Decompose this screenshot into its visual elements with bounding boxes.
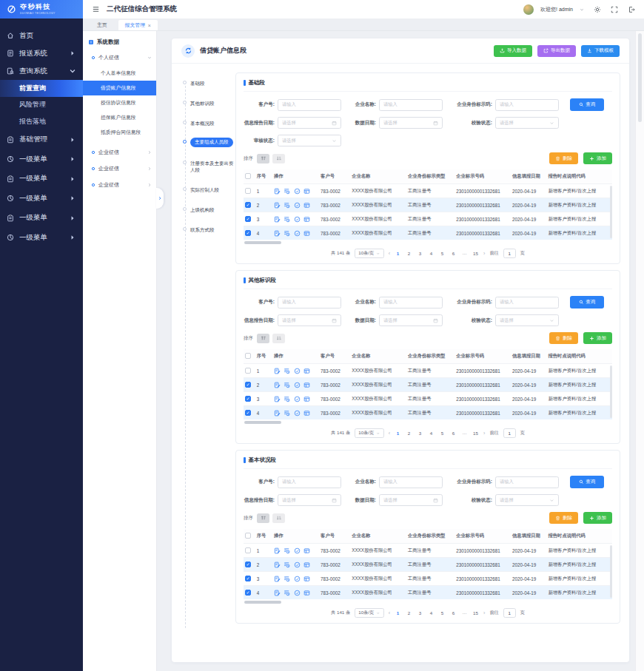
page-number[interactable]: 5 — [439, 431, 446, 436]
delete-button[interactable]: 删除 — [549, 332, 578, 344]
record-card-icon[interactable] — [303, 382, 310, 388]
page-scrollbar-thumb[interactable] — [638, 33, 642, 122]
verify-check-icon[interactable] — [294, 188, 301, 195]
anchor-item-4[interactable]: 注册资本及主要出资人段 — [181, 160, 235, 175]
verify-status-select[interactable]: 请选择 — [495, 494, 559, 506]
hamburger-icon[interactable] — [92, 5, 100, 13]
table-row[interactable]: 2 783-0002 XXXX股份有限公司 工商注册号 230100000013… — [244, 198, 612, 212]
edit-document-icon[interactable] — [274, 590, 281, 596]
user-avatar[interactable] — [523, 4, 534, 15]
verify-check-icon[interactable] — [294, 368, 301, 374]
record-card-icon[interactable] — [303, 368, 310, 374]
edit-document-icon[interactable] — [274, 230, 281, 237]
record-card-icon[interactable] — [303, 396, 310, 402]
anchor-item-2[interactable]: 基本概况段 — [181, 120, 235, 127]
tree-leaf-item[interactable]: 个人基本信息段 — [83, 66, 156, 81]
sort-desc-button[interactable] — [272, 513, 285, 523]
report-date-picker[interactable]: 请选择 — [278, 494, 341, 506]
page-number[interactable]: 2 — [406, 610, 412, 616]
data-date-picker[interactable]: 请选择 — [379, 494, 443, 506]
page-number[interactable]: 3 — [417, 431, 423, 436]
verify-check-icon[interactable] — [294, 590, 301, 596]
page-number[interactable]: ··· — [461, 251, 468, 256]
page-number[interactable]: 4 — [428, 431, 435, 436]
edit-document-icon[interactable] — [274, 576, 281, 582]
anchor-item-1[interactable]: 其他标识段 — [181, 100, 235, 107]
tree-leaf-item-active[interactable]: 借贷账户信息段 — [83, 81, 156, 95]
page-size-select[interactable]: 10条/页 — [355, 249, 383, 258]
vertical-scrollbar[interactable] — [610, 186, 613, 238]
page-number[interactable]: 2 — [406, 431, 412, 436]
verify-check-icon[interactable] — [294, 410, 301, 417]
page-number[interactable]: 15 — [472, 431, 479, 436]
record-card-icon[interactable] — [303, 202, 310, 209]
view-detail-icon[interactable] — [284, 216, 290, 223]
page-size-select[interactable]: 10条/页 — [355, 608, 383, 618]
prev-page-button[interactable]: ‹ — [389, 431, 390, 436]
report-date-picker[interactable]: 请选择 — [278, 117, 341, 129]
table-row[interactable]: 3 783-0002 XXXX股份有限公司 工商注册号 230100000013… — [244, 212, 612, 226]
next-page-button[interactable]: › — [483, 610, 485, 616]
table-row[interactable]: 1 783-0002 XXXX股份有限公司 工商注册号 230100000013… — [244, 184, 612, 198]
vertical-scrollbar[interactable] — [610, 545, 613, 598]
next-page-button[interactable]: › — [483, 251, 485, 256]
record-card-icon[interactable] — [303, 410, 310, 417]
sort-desc-button[interactable] — [272, 154, 285, 163]
sidebar-item-2[interactable]: 查询系统 — [0, 62, 83, 80]
anchor-item-3[interactable]: 主要组成人员段 — [181, 139, 235, 146]
sort-asc-button[interactable] — [257, 154, 269, 163]
horizontal-scrollbar[interactable] — [244, 421, 281, 424]
row-checkbox[interactable] — [245, 216, 251, 222]
sidebar-item-5[interactable]: 一级菜单 — [0, 169, 83, 189]
verify-status-select[interactable]: 请选择 — [495, 117, 559, 129]
anchor-item-7[interactable]: 联系方式段 — [181, 226, 235, 234]
settings-gear-icon[interactable] — [594, 6, 601, 13]
page-number[interactable]: 3 — [417, 610, 423, 616]
next-page-button[interactable]: › — [483, 431, 485, 436]
verify-status-select[interactable]: 请选择 — [495, 314, 559, 326]
tab-report-management[interactable]: 报文管理 × — [118, 20, 158, 30]
customer-no-input[interactable]: 请输入 — [278, 99, 341, 111]
sort-asc-button[interactable] — [257, 334, 269, 343]
fullscreen-icon[interactable] — [611, 6, 618, 13]
tab-home[interactable]: 主页 — [90, 20, 114, 30]
anchor-item-6[interactable]: 上级机构段 — [181, 206, 235, 214]
table-row[interactable]: 3 783-0002 XXXX股份有限公司 工商注册号 230100000013… — [244, 392, 612, 406]
view-detail-icon[interactable] — [284, 382, 290, 388]
verify-check-icon[interactable] — [294, 216, 301, 223]
row-checkbox[interactable] — [245, 410, 251, 416]
record-card-icon[interactable] — [303, 230, 310, 237]
tree-leaf-item[interactable]: 担保账户信息段 — [83, 110, 156, 125]
view-detail-icon[interactable] — [284, 576, 290, 582]
row-checkbox[interactable] — [245, 590, 251, 596]
sidebar-item-3[interactable]: 基础管理 — [0, 130, 83, 150]
sidebar-item-1[interactable]: 报送系统 — [0, 44, 83, 62]
select-all-checkbox[interactable] — [245, 173, 251, 179]
sidebar-item-4[interactable]: 一级菜单 — [0, 149, 83, 169]
edit-document-icon[interactable] — [274, 547, 281, 554]
customer-no-input[interactable]: 请输入 — [278, 297, 341, 308]
view-detail-icon[interactable] — [284, 547, 290, 554]
edit-document-icon[interactable] — [274, 216, 281, 223]
view-detail-icon[interactable] — [284, 188, 290, 195]
corp-id-input[interactable]: 请输入 — [495, 476, 559, 488]
edit-document-icon[interactable] — [274, 562, 281, 568]
page-number[interactable]: 15 — [472, 251, 479, 256]
page-number[interactable]: ··· — [461, 431, 468, 436]
tree-item-company-credit-0[interactable]: 企业征信 — [83, 144, 156, 161]
table-row[interactable]: 1 783-0002 XXXX股份有限公司 工商注册号 230100000013… — [244, 544, 612, 558]
search-button[interactable]: 查询 — [570, 476, 604, 488]
add-button[interactable]: 添加 — [583, 152, 612, 164]
page-number[interactable]: 4 — [428, 610, 435, 616]
corp-id-input[interactable]: 请输入 — [495, 99, 559, 111]
sidebar-subitem-active[interactable]: 前置查询 — [0, 80, 83, 97]
record-card-icon[interactable] — [303, 562, 310, 568]
table-row[interactable]: 2 783-0002 XXXX股份有限公司 工商注册号 230100000013… — [244, 558, 612, 572]
horizontal-scrollbar[interactable] — [244, 241, 281, 244]
prev-page-button[interactable]: ‹ — [389, 251, 390, 256]
page-number[interactable]: 4 — [428, 251, 435, 256]
sort-desc-button[interactable] — [272, 334, 285, 343]
add-button[interactable]: 添加 — [583, 332, 612, 344]
download-template-button[interactable]: 下载模板 — [581, 45, 620, 57]
tree-item-company-credit-1[interactable]: 企业征信 — [83, 161, 156, 177]
